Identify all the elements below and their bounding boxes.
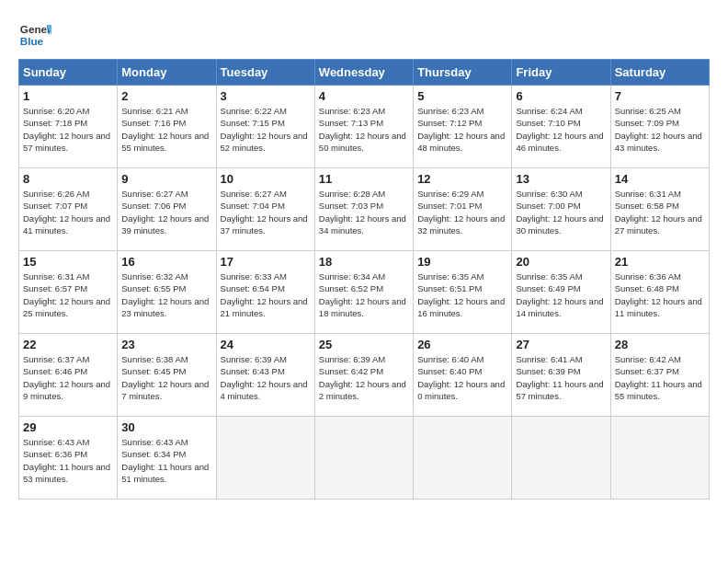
- calendar-cell: [512, 417, 610, 500]
- calendar-cell: 22 Sunrise: 6:37 AMSunset: 6:46 PMDaylig…: [19, 334, 118, 417]
- calendar-header-row: SundayMondayTuesdayWednesdayThursdayFrid…: [19, 60, 710, 86]
- logo-icon: General Blue: [18, 18, 51, 52]
- day-number: 25: [319, 338, 409, 351]
- day-info: Sunrise: 6:42 AMSunset: 6:37 PMDaylight:…: [615, 354, 702, 401]
- day-info: Sunrise: 6:39 AMSunset: 6:43 PMDaylight:…: [221, 354, 308, 401]
- day-number: 7: [615, 89, 705, 103]
- calendar-cell: 12 Sunrise: 6:29 AMSunset: 7:01 PMDaylig…: [414, 168, 512, 251]
- day-info: Sunrise: 6:21 AMSunset: 7:16 PMDaylight:…: [121, 106, 209, 153]
- day-number: 27: [516, 338, 606, 351]
- day-number: 22: [23, 338, 113, 351]
- calendar-cell: 10 Sunrise: 6:27 AMSunset: 7:04 PMDaylig…: [216, 168, 314, 251]
- day-number: 3: [221, 89, 311, 103]
- calendar-cell: 29 Sunrise: 6:43 AMSunset: 6:36 PMDaylig…: [19, 417, 118, 500]
- day-info: Sunrise: 6:25 AMSunset: 7:09 PMDaylight:…: [615, 106, 702, 153]
- calendar-cell: 21 Sunrise: 6:36 AMSunset: 6:48 PMDaylig…: [610, 251, 709, 334]
- calendar-cell: 24 Sunrise: 6:39 AMSunset: 6:43 PMDaylig…: [216, 334, 314, 417]
- calendar-cell: 14 Sunrise: 6:31 AMSunset: 6:58 PMDaylig…: [610, 168, 709, 251]
- day-number: 8: [23, 172, 113, 186]
- day-info: Sunrise: 6:23 AMSunset: 7:12 PMDaylight:…: [417, 106, 505, 153]
- weekday-header: Sunday: [19, 60, 118, 86]
- svg-text:Blue: Blue: [20, 35, 44, 47]
- day-info: Sunrise: 6:24 AMSunset: 7:10 PMDaylight:…: [516, 106, 603, 153]
- day-info: Sunrise: 6:37 AMSunset: 6:46 PMDaylight:…: [23, 354, 110, 401]
- day-info: Sunrise: 6:34 AMSunset: 6:52 PMDaylight:…: [319, 271, 406, 318]
- day-info: Sunrise: 6:27 AMSunset: 7:06 PMDaylight:…: [121, 189, 209, 236]
- calendar-cell: 7 Sunrise: 6:25 AMSunset: 7:09 PMDayligh…: [610, 86, 709, 168]
- calendar-cell: 19 Sunrise: 6:35 AMSunset: 6:51 PMDaylig…: [414, 251, 512, 334]
- day-info: Sunrise: 6:35 AMSunset: 6:49 PMDaylight:…: [516, 271, 603, 318]
- calendar-cell: 26 Sunrise: 6:40 AMSunset: 6:40 PMDaylig…: [414, 334, 512, 417]
- day-number: 5: [417, 89, 507, 103]
- calendar-cell: 23 Sunrise: 6:38 AMSunset: 6:45 PMDaylig…: [118, 334, 216, 417]
- calendar-cell: 30 Sunrise: 6:43 AMSunset: 6:34 PMDaylig…: [118, 417, 216, 500]
- day-number: 23: [121, 338, 211, 351]
- calendar-week-row: 15 Sunrise: 6:31 AMSunset: 6:57 PMDaylig…: [19, 251, 710, 334]
- day-number: 15: [23, 255, 113, 269]
- calendar-cell: [216, 417, 314, 500]
- day-number: 30: [121, 420, 211, 434]
- day-number: 29: [23, 420, 113, 434]
- calendar-table: SundayMondayTuesdayWednesdayThursdayFrid…: [18, 59, 710, 500]
- weekday-header: Friday: [512, 60, 610, 86]
- day-info: Sunrise: 6:29 AMSunset: 7:01 PMDaylight:…: [417, 189, 505, 236]
- logo: General Blue: [18, 18, 51, 52]
- day-number: 4: [319, 89, 409, 103]
- calendar-cell: 18 Sunrise: 6:34 AMSunset: 6:52 PMDaylig…: [314, 251, 413, 334]
- day-number: 28: [615, 338, 705, 351]
- day-info: Sunrise: 6:41 AMSunset: 6:39 PMDaylight:…: [516, 354, 603, 401]
- day-number: 18: [319, 255, 409, 269]
- calendar-cell: 4 Sunrise: 6:23 AMSunset: 7:13 PMDayligh…: [314, 86, 413, 168]
- calendar-cell: 5 Sunrise: 6:23 AMSunset: 7:12 PMDayligh…: [414, 86, 512, 168]
- svg-text:General: General: [20, 23, 51, 35]
- day-info: Sunrise: 6:35 AMSunset: 6:51 PMDaylight:…: [417, 271, 505, 318]
- page-header: General Blue: [18, 18, 710, 52]
- calendar-cell: 6 Sunrise: 6:24 AMSunset: 7:10 PMDayligh…: [512, 86, 610, 168]
- day-info: Sunrise: 6:43 AMSunset: 6:34 PMDaylight:…: [121, 437, 209, 484]
- day-number: 26: [417, 338, 507, 351]
- calendar-week-row: 22 Sunrise: 6:37 AMSunset: 6:46 PMDaylig…: [19, 334, 710, 417]
- day-info: Sunrise: 6:36 AMSunset: 6:48 PMDaylight:…: [615, 271, 702, 318]
- day-info: Sunrise: 6:32 AMSunset: 6:55 PMDaylight:…: [121, 271, 209, 318]
- calendar-week-row: 29 Sunrise: 6:43 AMSunset: 6:36 PMDaylig…: [19, 417, 710, 500]
- calendar-cell: [314, 417, 413, 500]
- calendar-cell: 25 Sunrise: 6:39 AMSunset: 6:42 PMDaylig…: [314, 334, 413, 417]
- day-info: Sunrise: 6:43 AMSunset: 6:36 PMDaylight:…: [23, 437, 110, 484]
- weekday-header: Monday: [118, 60, 216, 86]
- day-number: 12: [417, 172, 507, 186]
- calendar-cell: 3 Sunrise: 6:22 AMSunset: 7:15 PMDayligh…: [216, 86, 314, 168]
- day-number: 19: [417, 255, 507, 269]
- calendar-cell: 8 Sunrise: 6:26 AMSunset: 7:07 PMDayligh…: [19, 168, 118, 251]
- weekday-header: Wednesday: [314, 60, 413, 86]
- day-number: 1: [23, 89, 113, 103]
- calendar-cell: [610, 417, 709, 500]
- day-info: Sunrise: 6:27 AMSunset: 7:04 PMDaylight:…: [221, 189, 308, 236]
- calendar-cell: 9 Sunrise: 6:27 AMSunset: 7:06 PMDayligh…: [118, 168, 216, 251]
- calendar-cell: 27 Sunrise: 6:41 AMSunset: 6:39 PMDaylig…: [512, 334, 610, 417]
- day-info: Sunrise: 6:28 AMSunset: 7:03 PMDaylight:…: [319, 189, 406, 236]
- calendar-cell: 13 Sunrise: 6:30 AMSunset: 7:00 PMDaylig…: [512, 168, 610, 251]
- day-number: 10: [221, 172, 311, 186]
- day-info: Sunrise: 6:30 AMSunset: 7:00 PMDaylight:…: [516, 189, 603, 236]
- day-number: 6: [516, 89, 606, 103]
- weekday-header: Thursday: [414, 60, 512, 86]
- calendar-cell: 2 Sunrise: 6:21 AMSunset: 7:16 PMDayligh…: [118, 86, 216, 168]
- calendar-week-row: 8 Sunrise: 6:26 AMSunset: 7:07 PMDayligh…: [19, 168, 710, 251]
- day-info: Sunrise: 6:31 AMSunset: 6:57 PMDaylight:…: [23, 271, 110, 318]
- calendar-cell: [414, 417, 512, 500]
- calendar-cell: 1 Sunrise: 6:20 AMSunset: 7:18 PMDayligh…: [19, 86, 118, 168]
- day-number: 14: [615, 172, 705, 186]
- weekday-header: Tuesday: [216, 60, 314, 86]
- weekday-header: Saturday: [610, 60, 709, 86]
- day-info: Sunrise: 6:40 AMSunset: 6:40 PMDaylight:…: [417, 354, 505, 401]
- calendar-week-row: 1 Sunrise: 6:20 AMSunset: 7:18 PMDayligh…: [19, 86, 710, 168]
- day-info: Sunrise: 6:38 AMSunset: 6:45 PMDaylight:…: [121, 354, 209, 401]
- day-number: 11: [319, 172, 409, 186]
- day-info: Sunrise: 6:39 AMSunset: 6:42 PMDaylight:…: [319, 354, 406, 401]
- day-number: 20: [516, 255, 606, 269]
- day-info: Sunrise: 6:33 AMSunset: 6:54 PMDaylight:…: [221, 271, 308, 318]
- calendar-cell: 20 Sunrise: 6:35 AMSunset: 6:49 PMDaylig…: [512, 251, 610, 334]
- day-number: 24: [221, 338, 311, 351]
- day-info: Sunrise: 6:26 AMSunset: 7:07 PMDaylight:…: [23, 189, 110, 236]
- calendar-cell: 17 Sunrise: 6:33 AMSunset: 6:54 PMDaylig…: [216, 251, 314, 334]
